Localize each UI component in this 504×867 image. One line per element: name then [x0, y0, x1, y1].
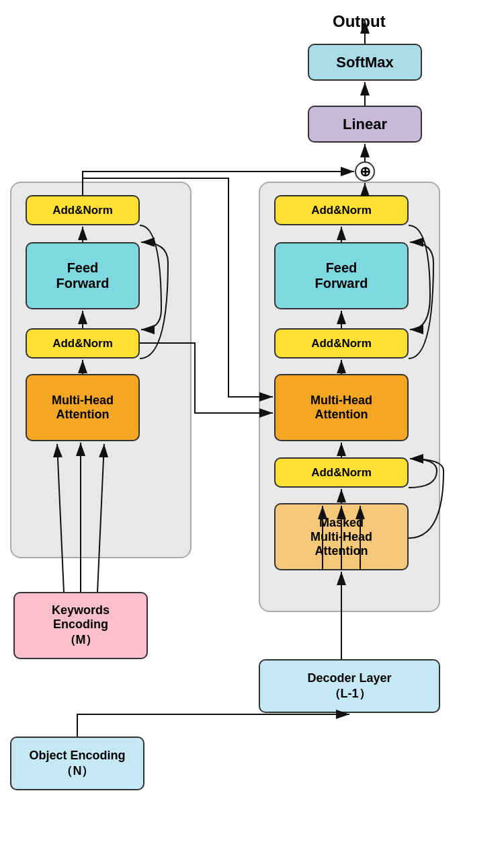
encoder-multi-head: Multi-HeadAttention — [26, 374, 140, 441]
encoder-block — [10, 182, 192, 558]
output-label: Output — [333, 12, 386, 31]
decoder-masked-multi-head: MaskedMulti-HeadAttention — [274, 503, 409, 570]
encoder-feed-forward: FeedForward — [26, 242, 140, 309]
encoder-add-norm-mid: Add&Norm — [26, 328, 140, 359]
decoder-feed-forward: FeedForward — [274, 242, 409, 309]
decoder-add-norm-top: Add&Norm — [274, 195, 409, 225]
add-node: ⊕ — [355, 161, 375, 182]
diagram: Output SoftMax Linear ⊕ Add&Norm FeedFor… — [0, 0, 504, 867]
decoder-add-norm-bot: Add&Norm — [274, 457, 409, 488]
object-encoding: Object Encoding（N） — [10, 737, 144, 790]
decoder-multi-head: Multi-HeadAttention — [274, 374, 409, 441]
linear-box: Linear — [308, 106, 422, 143]
keywords-encoding: KeywordsEncoding（M） — [13, 592, 148, 659]
encoder-add-norm-top: Add&Norm — [26, 195, 140, 225]
softmax-box: SoftMax — [308, 44, 422, 81]
decoder-add-norm-mid: Add&Norm — [274, 328, 409, 359]
decoder-layer-label: Decoder Layer（L-1） — [259, 659, 440, 713]
